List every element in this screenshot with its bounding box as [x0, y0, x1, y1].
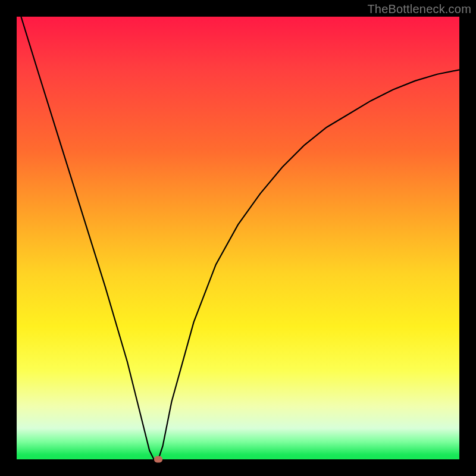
chart-plot-area: [17, 17, 459, 459]
chart-frame: TheBottleneck.com: [0, 0, 476, 476]
optimal-point-marker: [154, 456, 162, 463]
bottleneck-curve: [17, 17, 459, 459]
curve-path: [21, 17, 459, 459]
watermark-text: TheBottleneck.com: [367, 2, 471, 16]
